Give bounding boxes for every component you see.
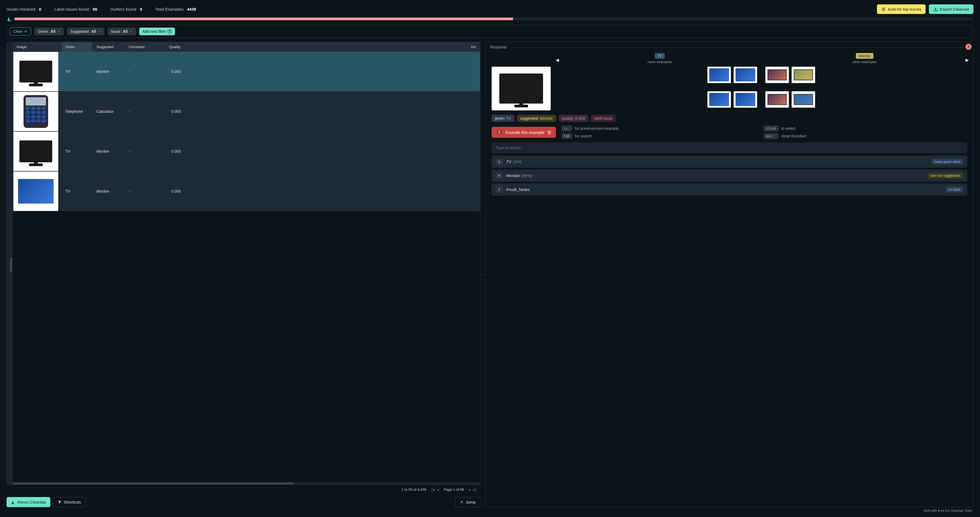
progress-bar (14, 17, 974, 20)
filter-suggested[interactable]: Suggested: All (67, 28, 105, 35)
cell-given: Telephone (62, 107, 93, 116)
filter-given[interactable]: Given: All (35, 28, 64, 35)
columns-tab[interactable]: ≡ Columns (7, 42, 13, 484)
cell-suggested: Monitor (93, 147, 125, 156)
cell-suggested: Monitor (93, 187, 125, 196)
kbd-e: E (496, 130, 503, 135)
cell-corrected: - (125, 187, 157, 196)
label-name: Postit_Notes (506, 187, 530, 192)
example-thumb[interactable] (707, 67, 731, 83)
jump-button[interactable]: Jump (455, 497, 480, 507)
cell-corrected: - (125, 67, 157, 76)
chevron-down-icon (57, 30, 60, 33)
arrow-up-right-icon (460, 500, 463, 504)
page-next-button[interactable]: ▸ (469, 488, 471, 492)
stat-issues-resolved: Issues resolved: 0 (6, 7, 41, 11)
svg-line-7 (461, 501, 462, 503)
stat-total-examples: Total Examples: 4439 (155, 7, 196, 11)
column-given[interactable]: Given (62, 42, 93, 52)
more-examples-group: ◀ TV more examples (557, 53, 762, 64)
export-button[interactable]: Export Cleanset (929, 5, 974, 14)
stat-label-issues: Label Issues found: 86 (54, 7, 97, 11)
cell-corrected: - (125, 107, 157, 116)
boat-icon (6, 16, 12, 22)
cell-given: TV (62, 67, 93, 76)
selected-image[interactable] (492, 67, 551, 110)
horizontal-scrollbar[interactable] (13, 482, 480, 484)
other-examples-group: ▶ Monitor other examples (762, 53, 967, 64)
filter-icon (58, 500, 62, 504)
cell-given: TV (62, 187, 93, 196)
example-thumb[interactable] (792, 67, 815, 83)
pagination-page: Page 1 of 89 (444, 487, 464, 492)
page-prev-button[interactable]: ◂ (437, 488, 439, 492)
kbd-label: Q (496, 159, 503, 165)
example-thumb[interactable] (792, 91, 815, 108)
next-examples-button[interactable]: ▶ (966, 57, 969, 63)
clear-filters-button[interactable]: Clear (10, 27, 31, 35)
page-last-button[interactable]: ▸⎮ (473, 488, 477, 492)
example-thumb[interactable] (733, 91, 757, 108)
cell-suggested: Calculator (93, 107, 125, 116)
example-thumb[interactable] (707, 91, 731, 108)
label-action-chip: use our suggestion (928, 173, 963, 178)
table-row[interactable]: TVMonitor-0.000 (13, 171, 480, 211)
rerun-button[interactable]: Rerun Cleanlab (6, 497, 50, 507)
close-resolver-button[interactable] (966, 44, 972, 50)
example-thumb[interactable] (765, 91, 789, 108)
lightning-icon (881, 7, 886, 11)
table-row[interactable]: TVMonitor-0.000 (13, 132, 480, 171)
exclude-button[interactable]: E Exclude this example (492, 127, 556, 138)
pill-given: given: TV (492, 115, 514, 122)
cell-quality: 0.000 (157, 187, 185, 196)
trash-icon (547, 130, 552, 135)
cell-corrected: - (125, 147, 157, 156)
table-body[interactable]: TVMonitor-0.000TelephoneCalculator-0.000… (13, 52, 480, 482)
pill-quality: quality: 0.000 (559, 115, 588, 122)
resolver-title: Resolver (485, 42, 973, 50)
row-thumb (13, 92, 58, 131)
table-row[interactable]: TelephoneCalculator-0.000 (13, 92, 480, 132)
pill-issue: label issue (591, 115, 616, 122)
filter-bar: Clear Given: All Suggested: All Issue: A… (6, 25, 974, 38)
column-corrected[interactable]: Corrected (125, 42, 157, 52)
stat-outliers: Outliers found: 9 (110, 7, 142, 11)
shortcuts-button[interactable]: Shortcuts (53, 497, 86, 507)
cell-quality: 0.000 (157, 67, 185, 76)
kbd-label: 1 (496, 187, 503, 192)
label-option[interactable]: 1Postit_Notes re-label (492, 184, 967, 195)
column-image[interactable]: Image (13, 42, 62, 52)
column-suggested[interactable]: Suggested (93, 42, 125, 52)
pagination: 1 to 50 of 4,439 ⎮◂ ◂ Page 1 of 89 ▸ ▸⎮ (6, 485, 480, 494)
add-filter-button[interactable]: Add new filter (139, 28, 175, 35)
footer-credit: Built with ♥ by the Cleanlab Team (6, 507, 974, 512)
row-thumb (13, 52, 58, 91)
close-icon (24, 30, 28, 33)
cell-given: TV (62, 147, 93, 156)
autofix-button[interactable]: Auto-fix top issues (877, 5, 926, 14)
cell-quality: 0.000 (157, 107, 185, 116)
download-icon (933, 7, 938, 11)
pagination-range: 1 to 50 of 4,439 (402, 487, 426, 492)
prev-examples-button[interactable]: ◀ (555, 57, 559, 63)
column-action[interactable]: Act (185, 42, 480, 52)
search-input[interactable] (492, 143, 967, 153)
splitter[interactable]: || (480, 42, 485, 507)
keyboard-hints: ↑↓ for previous/next example click to se… (562, 126, 967, 139)
group-monitor-label: Monitor (856, 53, 873, 59)
label-name: Monitor (99%) (506, 173, 532, 178)
label-name: TV (1%) (506, 159, 522, 164)
svg-marker-0 (882, 7, 885, 11)
table-row[interactable]: TVMonitor-0.000 (13, 52, 480, 92)
filter-issue[interactable]: Issue: All (108, 28, 136, 35)
label-action-chip: keep given label (932, 159, 963, 165)
chevron-down-icon (98, 30, 101, 33)
example-thumb[interactable] (733, 67, 757, 83)
page-first-button[interactable]: ⎮◂ (431, 488, 434, 492)
example-thumb[interactable] (765, 67, 789, 83)
label-option[interactable]: WMonitor (99%)use our suggestion (492, 170, 967, 181)
label-option[interactable]: QTV (1%)keep given label (492, 156, 967, 168)
cell-suggested: Monitor (93, 67, 125, 76)
column-quality[interactable]: Quality (157, 42, 185, 52)
heart-icon: ♥ (938, 509, 940, 512)
